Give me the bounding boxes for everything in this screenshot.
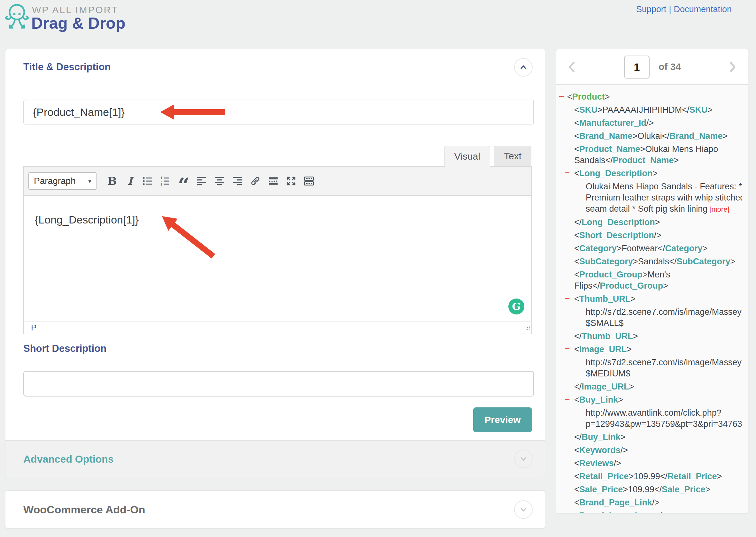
xml-node[interactable]: <Short_Description/>	[556, 230, 743, 241]
next-record-button[interactable]	[726, 60, 739, 75]
xml-bracket: >	[621, 432, 626, 442]
xml-tag-name: Thumb_URL	[582, 331, 633, 341]
italic-icon[interactable]: I	[122, 173, 138, 189]
blockquote-icon[interactable]: “	[176, 173, 191, 189]
link-icon[interactable]	[247, 173, 263, 189]
editor-content-text: {Long_Description[1]}	[35, 214, 139, 226]
xml-node[interactable]: </Image_URL>	[556, 381, 743, 392]
xml-bracket: <	[574, 257, 579, 266]
collapse-toggle-icon[interactable]: −	[559, 91, 564, 102]
xml-value-line: $SMALL$	[586, 318, 742, 329]
short-description-title: Short Description	[23, 343, 107, 354]
xml-node[interactable]: <SKU>PAAAAAIJHIPIIHDM</SKU>	[556, 104, 743, 116]
numbered-list-icon[interactable]: 1 2 3	[158, 173, 173, 189]
preview-button[interactable]: Preview	[473, 407, 532, 432]
xml-node[interactable]: <Product_Group>Men's Flips</Product_Grou…	[556, 269, 743, 292]
xml-node[interactable]: </Thumb_URL>	[556, 331, 743, 342]
xml-node[interactable]: <Manufacturer_Id/>	[556, 117, 743, 129]
xml-node[interactable]: −<Buy_Link>	[556, 394, 743, 405]
xml-tag-name: Short_Description	[579, 230, 654, 240]
xml-bracket: <	[574, 445, 579, 455]
more-tag-icon[interactable]	[266, 173, 281, 189]
xml-bracket: />	[652, 498, 659, 507]
xml-node[interactable]: <Brand_Name>Olukai</Brand_Name>	[556, 131, 743, 142]
collapse-toggle-icon[interactable]: −	[565, 293, 570, 304]
align-right-icon[interactable]	[230, 173, 245, 189]
xml-node[interactable]: <Brand_Logo_Image/>	[556, 510, 743, 513]
xml-value: Olukai Mens Hiapo Sandals - Features: *P…	[556, 181, 743, 215]
element-path-label: P	[31, 323, 36, 333]
xml-bracket: >	[623, 485, 628, 494]
documentation-link[interactable]: Documentation	[674, 5, 732, 14]
woocommerce-addon-card: WooCommerce Add-On	[5, 490, 545, 529]
octopus-logo-icon	[5, 3, 29, 31]
xml-bracket: >	[705, 485, 711, 494]
tab-visual[interactable]: Visual	[444, 146, 490, 167]
bullet-list-icon[interactable]	[140, 173, 156, 189]
record-number-input[interactable]	[624, 56, 649, 79]
xml-node[interactable]: −<Long_Description>	[556, 168, 743, 179]
align-center-icon[interactable]	[212, 173, 227, 189]
xml-tag-name: Brand_Page_Link	[579, 498, 652, 507]
xml-tag-name: Buy_Link	[579, 395, 618, 404]
xml-value-text: 109.99	[634, 472, 660, 481]
collapse-section-button[interactable]	[514, 58, 533, 77]
xml-tag-name: Retail_Price	[579, 472, 629, 481]
tab-text[interactable]: Text	[494, 146, 531, 166]
page-title: Drag & Drop	[31, 14, 125, 32]
xml-bracket: </	[654, 485, 662, 494]
previous-record-button[interactable]	[565, 60, 579, 75]
xml-node[interactable]: <Retail_Price>109.99</Retail_Price>	[556, 471, 743, 482]
resize-handle-icon[interactable]	[524, 323, 530, 333]
xml-node[interactable]: <Keywords/>	[556, 445, 743, 456]
support-link[interactable]: Support	[636, 5, 667, 14]
xml-bracket: >	[629, 472, 634, 481]
xml-value: http://s7d2.scene7.com/is/image/Masseys/…	[556, 357, 743, 379]
xml-bracket: </	[662, 131, 669, 141]
xml-bracket: </	[658, 244, 665, 253]
xml-node[interactable]: <Brand_Page_Link/>	[556, 497, 743, 508]
xml-node[interactable]: −<Image_URL>	[556, 344, 743, 355]
xml-value-text: Footwear	[622, 244, 658, 253]
xml-tag-name: Long_Description	[579, 169, 653, 178]
bold-icon[interactable]: B	[105, 173, 120, 189]
title-description-section: Title & Description Visual Text Paragrap…	[5, 49, 545, 440]
xml-bracket: >	[598, 105, 602, 115]
section-title: Title & Description	[23, 61, 111, 73]
xml-node[interactable]: −<Thumb_URL>	[556, 293, 743, 305]
xml-tag-name: Product_Name	[579, 144, 640, 154]
xml-bracket: <	[574, 118, 579, 128]
expand-advanced-button[interactable]	[514, 449, 533, 468]
xml-bracket: <	[574, 485, 579, 494]
xml-bracket: <	[574, 105, 579, 115]
xml-node[interactable]: <Category>Footwear</Category>	[556, 243, 743, 254]
chevron-right-icon	[726, 60, 739, 74]
xml-bracket: <	[574, 270, 579, 279]
xml-node[interactable]: </Long_Description>	[556, 217, 743, 228]
more-link[interactable]: [more]	[707, 205, 729, 213]
xml-node[interactable]: </Buy_Link>	[556, 432, 743, 443]
short-description-input[interactable]	[23, 371, 534, 396]
keyboard-shortcuts-icon[interactable]	[301, 173, 317, 189]
xml-node[interactable]: <Reviews/>	[556, 458, 743, 469]
advanced-options-title: Advanced Options	[23, 453, 114, 465]
collapse-toggle-icon[interactable]: −	[565, 393, 570, 405]
xml-node[interactable]: −<Product>	[556, 91, 743, 103]
xml-value-line: http://s7d2.scene7.com/is/image/Masseys/…	[586, 307, 742, 318]
xml-preview-panel: of 34 −<Product><SKU>PAAAAAIJHIPIIHDM</S…	[556, 49, 748, 514]
editor-content-area[interactable]: {Long_Description[1]} G	[24, 196, 531, 321]
expand-woocommerce-button[interactable]	[514, 500, 533, 519]
paragraph-format-select[interactable]: Paragraph ▾	[28, 172, 97, 190]
xml-node[interactable]: <Sale_Price>109.99</Sale_Price>	[556, 484, 743, 495]
collapse-toggle-icon[interactable]: −	[565, 343, 570, 354]
align-left-icon[interactable]	[194, 173, 209, 189]
xml-bracket: <	[574, 511, 579, 513]
post-title-input[interactable]	[23, 100, 534, 125]
xml-node[interactable]: <SubCategory>Sandals</SubCategory>	[556, 256, 743, 267]
grammarly-icon[interactable]: G	[509, 299, 524, 314]
collapse-toggle-icon[interactable]: −	[565, 167, 570, 179]
xml-node[interactable]: <Product_Name>Olukai Mens Hiapo Sandals<…	[556, 144, 743, 166]
select-caret-icon: ▾	[88, 177, 91, 185]
fullscreen-icon[interactable]	[284, 173, 299, 189]
xml-bracket: />	[621, 445, 628, 455]
